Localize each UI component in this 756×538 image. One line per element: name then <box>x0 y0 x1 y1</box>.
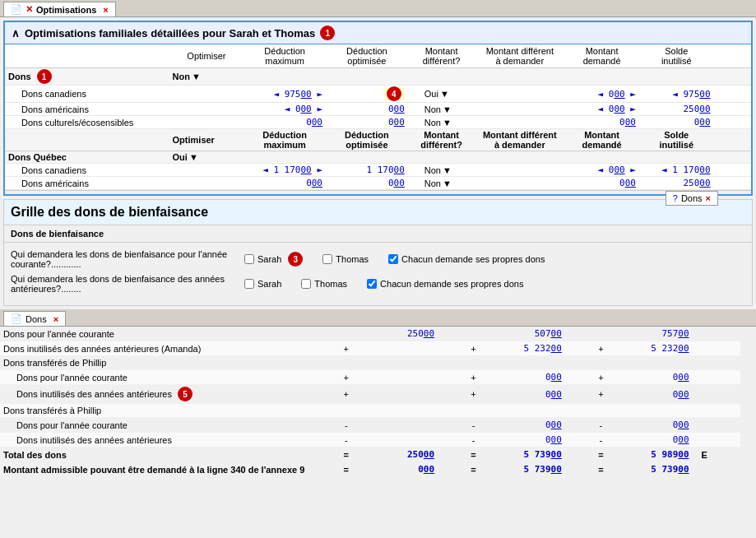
dons-optimiser-cell[interactable]: Non ▼ <box>169 68 244 86</box>
dons-culturels-montant-diff-demander <box>475 116 564 129</box>
dons-canadiens-deduction-max[interactable]: ◄ 97500 ► <box>243 86 326 103</box>
checkbox-q2-sarah[interactable] <box>244 279 254 289</box>
row-val3[interactable]: 000 <box>613 433 693 448</box>
row-val3[interactable]: 000 <box>613 385 693 404</box>
checkbox-q1-thomas[interactable] <box>322 254 332 264</box>
dons-qc-canadiens-montant-demande[interactable]: ◄ 000 ► <box>564 164 639 177</box>
row-op2: - <box>461 418 485 433</box>
row-val3[interactable]: 000 <box>613 370 693 385</box>
dons-qc-americains-label: Dons américains <box>5 177 169 190</box>
dons-canadiens-montant-demande[interactable]: ◄ 000 ► <box>564 86 639 103</box>
dons-qc-americains-deduction-max[interactable]: 000 <box>243 177 326 190</box>
checkbox-group-q2-thomas[interactable]: Thomas <box>301 279 347 289</box>
mini-tab-close[interactable]: × <box>706 193 711 203</box>
checkbox-group-q1-chacun[interactable]: Chacun demande ses propres dons <box>388 254 545 264</box>
dons-qc-canadiens-montant-dropdown[interactable]: Non▼ <box>424 165 452 175</box>
dons-canadiens-solde[interactable]: ◄ 97500 <box>639 86 714 103</box>
arrow-left-2: ◄ <box>598 89 604 100</box>
grille-section: Grille des dons de bienfaisance Dons de … <box>3 199 753 306</box>
dons-quebec-optimiser-dropdown[interactable]: Oui ▼ <box>173 152 198 162</box>
table-row: Montant admissible pouvant être demandé … <box>0 462 756 477</box>
table-row: Dons pour l'année courante 25000 50700 7… <box>0 327 756 341</box>
checkbox-group-q1-thomas[interactable]: Thomas <box>322 254 369 264</box>
dons-americains-montant-diff[interactable]: Non▼ <box>408 103 475 116</box>
tab-close-x[interactable]: × <box>103 5 108 15</box>
dons-quebec-rest <box>243 151 751 164</box>
dons-qc-canadiens-deduction-max[interactable]: ◄ 1 17000 ► <box>243 164 326 177</box>
dons-qc-canadiens-deduction-opt[interactable]: 1 17000 <box>326 164 408 177</box>
checkbox-q1-chacun[interactable] <box>388 254 398 264</box>
row-e <box>693 462 717 477</box>
row-val2[interactable]: 000 <box>485 370 565 385</box>
dons-qc-americains-deduction-opt[interactable]: 000 <box>326 177 408 190</box>
row-val2[interactable]: 000 <box>485 418 565 433</box>
dons-quebec-optimiser-cell[interactable]: Oui ▼ <box>169 151 244 164</box>
row-op1: - <box>334 433 358 448</box>
checkbox-group-q2-chacun[interactable]: Chacun demande ses propres dons <box>367 279 523 289</box>
dons-americains-montant-demande[interactable]: ◄ 000 ► <box>564 103 639 116</box>
dons-qc-americains-montant-demande[interactable]: 000 <box>564 177 639 190</box>
row-val2[interactable]: 50700 <box>485 327 565 341</box>
row-val1[interactable]: 25000 <box>358 327 438 341</box>
row-val3[interactable]: 5 98900 <box>613 448 693 462</box>
dons-qc-americains-montant-diff[interactable]: Non▼ <box>408 177 475 190</box>
bottom-tab-close[interactable]: × <box>53 314 58 324</box>
dons-culturels-deduction-max[interactable]: 000 <box>243 116 326 129</box>
row-val2[interactable]: 5 23200 <box>485 341 565 356</box>
arrow-right-4: ► <box>317 104 322 114</box>
tab-optimisations[interactable]: 📄 ✕ Optimisations × <box>3 2 116 16</box>
dons-qc-americains-solde[interactable]: 25000 <box>639 177 714 190</box>
dons-qc-canadiens-montant-diff[interactable]: Non▼ <box>408 164 475 177</box>
dons-americains-solde[interactable]: 25000 <box>639 103 714 116</box>
dons-label: Dons 1 <box>5 68 169 86</box>
checkbox-group-q2-sarah[interactable]: Sarah <box>244 279 281 289</box>
row-op1: = <box>334 462 358 477</box>
checkbox-group-q1-sarah[interactable]: Sarah 3 <box>244 252 303 267</box>
row-val3[interactable]: 75700 <box>613 327 693 341</box>
row-val2[interactable]: 5 73900 <box>485 448 565 462</box>
row-val2[interactable]: 000 <box>485 433 565 448</box>
dons-culturels-montant-diff[interactable]: Non▼ <box>408 116 475 129</box>
dons-culturels-deduction-opt[interactable]: 000 <box>326 116 408 129</box>
row-val3[interactable]: 000 <box>613 418 693 433</box>
row-val3[interactable]: 5 73900 <box>613 462 693 477</box>
row-label: Dons inutilisés des années antérieures (… <box>0 341 334 356</box>
dons-culturels-solde[interactable]: 000 <box>639 116 714 129</box>
checkbox-q2-thomas[interactable] <box>301 279 311 289</box>
dons-qc-canadiens-solde[interactable]: ◄ 1 17000 <box>639 164 714 177</box>
tab-dons-bottom[interactable]: 📄 Dons × <box>3 311 66 326</box>
dons-qc-americains-montant-dropdown[interactable]: Non▼ <box>424 179 452 188</box>
row-op1 <box>334 327 358 341</box>
dons-canadiens-montant-dropdown[interactable]: Oui▼ <box>424 89 449 99</box>
checkbox-q2-chacun[interactable] <box>367 279 377 289</box>
dons-canadiens-montant-diff[interactable]: Oui▼ <box>408 86 475 103</box>
question-label-2: Qui demandera les dons de bienfaisance d… <box>11 274 241 294</box>
dons-optimiser-dropdown[interactable]: Non ▼ <box>173 72 201 81</box>
row-val3[interactable]: 5 23200 <box>613 341 693 356</box>
mini-tab-row: ? Dons × <box>5 190 751 194</box>
dons-americains-deduction-opt[interactable]: 000 <box>326 103 408 116</box>
arrow-right-6: ► <box>317 165 322 175</box>
row-val2[interactable]: 000 <box>485 385 565 404</box>
collapse-icon[interactable]: ∧ <box>12 27 20 39</box>
th-solde: Soldeinutilisé <box>639 44 714 68</box>
row-val1[interactable]: 25000 <box>358 448 438 462</box>
row-op3: = <box>589 448 613 462</box>
checkbox-q1-sarah[interactable] <box>244 254 254 264</box>
dons-canadiens-deduction-opt[interactable]: 4 <box>326 86 408 103</box>
tab-close-icon[interactable]: ✕ <box>26 4 33 15</box>
dons-americains-deduction-max[interactable]: ◄ 000 ► <box>243 103 326 116</box>
row-op1: + <box>334 385 358 404</box>
dons-quebec-group-header: Dons Québec Oui ▼ <box>5 151 751 164</box>
row-op1: + <box>334 370 358 385</box>
dons-americains-montant-dropdown[interactable]: Non▼ <box>424 104 452 114</box>
dons-culturels-montant-dropdown[interactable]: Non▼ <box>424 118 452 128</box>
row-val2[interactable]: 5 73900 <box>485 462 565 477</box>
dons-culturels-montant-demande[interactable]: 000 <box>564 116 639 129</box>
row-extra <box>717 433 740 448</box>
dropdown-arrow-quebec: ▼ <box>189 152 198 162</box>
dons-solde-group <box>639 68 714 86</box>
row-val1[interactable]: 000 <box>358 462 438 477</box>
grille-title: Grille des dons de bienfaisance <box>4 200 752 225</box>
mini-tab-dons[interactable]: ? Dons × <box>666 191 718 206</box>
